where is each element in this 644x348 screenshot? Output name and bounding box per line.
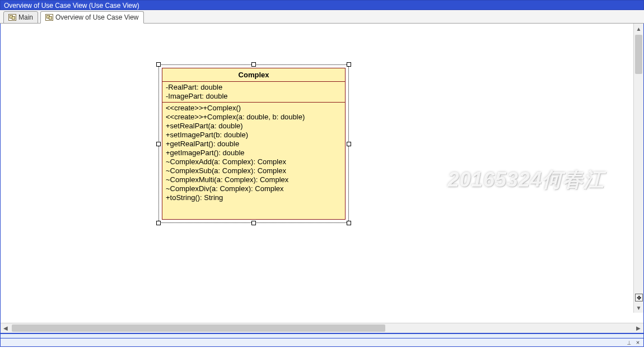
scroll-up-icon[interactable]: ▲ (634, 24, 643, 34)
bottom-panel (0, 333, 644, 338)
scroll-right-icon[interactable]: ▶ (633, 325, 643, 331)
uml-attributes: -RealPart: double -ImagePart: double (162, 82, 345, 103)
uml-operation: <<create>>+Complex(a: double, b: double) (166, 113, 342, 122)
canvas-area: Complex -RealPart: double -ImagePart: do… (0, 24, 644, 333)
resize-handle-e[interactable] (347, 142, 351, 146)
watermark-text: 20165324何春江 (448, 166, 604, 194)
resize-handle-se[interactable] (347, 221, 351, 225)
resize-handle-nw[interactable] (156, 62, 161, 67)
vertical-scrollbar[interactable]: ▲ ✥ ▼ (633, 24, 643, 313)
uml-operation: +setImagePart(b: double) (166, 131, 342, 140)
tab-overview[interactable]: Overview of Use Case View (40, 11, 144, 24)
window-title-text: Overview of Use Case View (Use Case View… (4, 2, 139, 10)
horizontal-scrollbar[interactable]: ◀ ▶ (1, 323, 643, 333)
window-title-bar: Overview of Use Case View (Use Case View… (0, 0, 644, 10)
diagram-icon (8, 14, 16, 21)
uml-operation: +toString(): String (166, 193, 342, 202)
diagram-canvas[interactable]: Complex -RealPart: double -ImagePart: do… (1, 24, 643, 323)
pan-icon[interactable]: ✥ (635, 294, 643, 301)
pin-icon[interactable]: ⟂ (626, 339, 632, 346)
uml-operation: ~ComplexDiv(a: Complex): Complex (166, 184, 342, 193)
uml-attribute: -ImagePart: double (166, 92, 342, 101)
uml-operation: ~ComplexAdd(a: Complex): Complex (166, 157, 342, 166)
uml-class-box[interactable]: Complex -RealPart: double -ImagePart: do… (162, 68, 346, 220)
horizontal-scroll-thumb[interactable] (12, 324, 385, 332)
tab-main[interactable]: Main (3, 11, 38, 24)
close-icon[interactable]: × (634, 339, 641, 346)
diagram-icon (45, 14, 53, 21)
uml-operation: ~ComplexSub(a: Complex): Complex (166, 166, 342, 175)
resize-handle-ne[interactable] (347, 62, 351, 67)
tab-label: Main (18, 13, 33, 21)
uml-operation: ~ComplexMulti(a: Complex): Complex (166, 175, 342, 184)
tab-bar: Main Overview of Use Case View (0, 10, 644, 24)
uml-class-selected[interactable]: Complex -RealPart: double -ImagePart: do… (158, 64, 349, 223)
resize-handle-sw[interactable] (156, 221, 161, 225)
resize-handle-n[interactable] (251, 62, 256, 67)
resize-handle-s[interactable] (251, 221, 256, 225)
uml-attribute: -RealPart: double (166, 83, 342, 92)
uml-operation: +getRealPart(): double (166, 140, 342, 149)
uml-operation: +setRealPart(a: double) (166, 122, 342, 131)
uml-operation: <<create>>+Complex() (166, 104, 342, 113)
tab-label: Overview of Use Case View (55, 13, 139, 21)
scroll-left-icon[interactable]: ◀ (1, 325, 11, 331)
uml-operations: <<create>>+Complex() <<create>>+Complex(… (162, 103, 345, 203)
resize-handle-w[interactable] (156, 142, 161, 146)
scroll-down-icon[interactable]: ▼ (636, 303, 642, 313)
uml-class-name: Complex (162, 68, 345, 82)
dock-bar: ⟂ × (0, 338, 644, 347)
vertical-scroll-thumb[interactable] (635, 35, 642, 74)
horizontal-scroll-track[interactable] (11, 323, 633, 333)
uml-operation: +getImagePart(): double (166, 149, 342, 157)
